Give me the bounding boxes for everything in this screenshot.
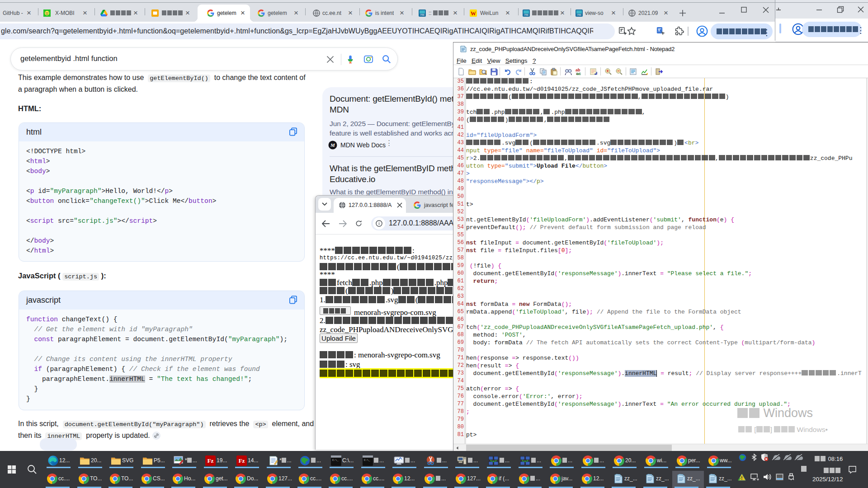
svg-text:Fz: Fz [207,457,213,464]
svg-text:C:\_: C:\_ [364,459,370,462]
svg-text:ITRI: ITRI [420,14,424,16]
svg-text:Fz: Fz [238,457,245,464]
svg-text:W: W [471,10,476,17]
svg-text:ac: ac [576,71,581,75]
svg-text:ITRI: ITRI [577,14,581,16]
svg-text:M: M [330,142,335,148]
svg-text:C:\_: C:\_ [332,459,339,462]
svg-text:ITRI: ITRI [524,14,528,16]
